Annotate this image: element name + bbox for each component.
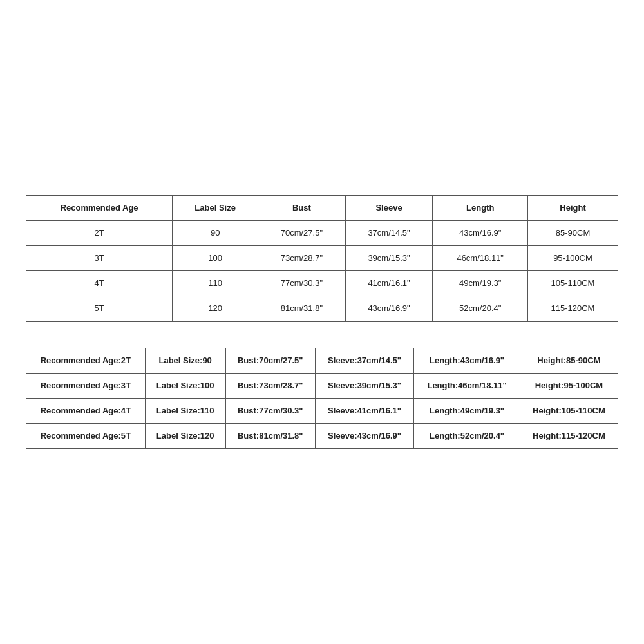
- table-cell: Sleeve:37cm/14.5": [315, 348, 414, 373]
- table-cell: Height:115-120CM: [520, 424, 618, 449]
- table-row: Recommended Age:5TLabel Size:120Bust:81c…: [26, 424, 618, 449]
- table-row: 5T12081cm/31.8"43cm/16.9"52cm/20.4"115-1…: [26, 296, 618, 321]
- table-cell: 2T: [26, 220, 173, 245]
- table-cell: Label Size:90: [145, 348, 225, 373]
- table-cell: Bust:73cm/28.7": [225, 373, 315, 398]
- header-length: Length: [433, 195, 528, 220]
- table-cell: Bust:77cm/30.3": [225, 398, 315, 423]
- table-cell: 81cm/31.8": [258, 296, 346, 321]
- table-cell: Length:49cm/19.3": [414, 398, 520, 423]
- table-cell: Sleeve:41cm/16.1": [315, 398, 414, 423]
- table-cell: 85-90CM: [527, 220, 618, 245]
- table-cell: Label Size:100: [145, 373, 225, 398]
- table-cell: Bust:70cm/27.5": [225, 348, 315, 373]
- table-cell: Label Size:110: [145, 398, 225, 423]
- table-cell: 4T: [26, 271, 173, 296]
- table-row: Recommended Age:2TLabel Size:90Bust:70cm…: [26, 348, 618, 373]
- table-cell: 73cm/28.7": [258, 246, 346, 271]
- table-row: Recommended Age:3TLabel Size:100Bust:73c…: [26, 373, 618, 398]
- table-cell: Recommended Age:2T: [26, 348, 146, 373]
- header-height: Height: [527, 195, 618, 220]
- table-cell: Length:52cm/20.4": [414, 424, 520, 449]
- table-cell: 110: [173, 271, 258, 296]
- table-cell: 3T: [26, 246, 173, 271]
- table-cell: 105-110CM: [527, 271, 618, 296]
- table-row: Recommended Age:4TLabel Size:110Bust:77c…: [26, 398, 618, 423]
- table-cell: 49cm/19.3": [433, 271, 528, 296]
- table-cell: Sleeve:39cm/15.3": [315, 373, 414, 398]
- tables-container: Recommended Age Label Size Bust Sleeve L…: [26, 195, 618, 450]
- table-cell: 120: [173, 296, 258, 321]
- table-cell: Length:46cm/18.11": [414, 373, 520, 398]
- table-cell: 43cm/16.9": [345, 296, 433, 321]
- table-cell: Height:85-90CM: [520, 348, 618, 373]
- table-cell: Length:43cm/16.9": [414, 348, 520, 373]
- table-cell: 95-100CM: [527, 246, 618, 271]
- table-cell: Height:95-100CM: [520, 373, 618, 398]
- table-cell: 70cm/27.5": [258, 220, 346, 245]
- table-cell: 37cm/14.5": [345, 220, 433, 245]
- table-row: 3T10073cm/28.7"39cm/15.3"46cm/18.11"95-1…: [26, 246, 618, 271]
- table-cell: Bust:81cm/31.8": [225, 424, 315, 449]
- table-cell: 43cm/16.9": [433, 220, 528, 245]
- header-sleeve: Sleeve: [345, 195, 433, 220]
- table-cell: Sleeve:43cm/16.9": [315, 424, 414, 449]
- table-cell: 52cm/20.4": [433, 296, 528, 321]
- size-table-1: Recommended Age Label Size Bust Sleeve L…: [26, 195, 618, 322]
- header-bust: Bust: [258, 195, 346, 220]
- header-label-size: Label Size: [173, 195, 258, 220]
- table-cell: Label Size:120: [145, 424, 225, 449]
- table-cell: 41cm/16.1": [345, 271, 433, 296]
- size-table-2: Recommended Age:2TLabel Size:90Bust:70cm…: [26, 348, 618, 450]
- table-cell: Recommended Age:5T: [26, 424, 146, 449]
- table-cell: 115-120CM: [527, 296, 618, 321]
- table-cell: 77cm/30.3": [258, 271, 346, 296]
- table-cell: 90: [173, 220, 258, 245]
- table-row: 2T9070cm/27.5"37cm/14.5"43cm/16.9"85-90C…: [26, 220, 618, 245]
- table-cell: 46cm/18.11": [433, 246, 528, 271]
- table-row: 4T11077cm/30.3"41cm/16.1"49cm/19.3"105-1…: [26, 271, 618, 296]
- table-cell: Recommended Age:3T: [26, 373, 146, 398]
- table-cell: 5T: [26, 296, 173, 321]
- table-cell: 39cm/15.3": [345, 246, 433, 271]
- header-recommended-age: Recommended Age: [26, 195, 173, 220]
- table-cell: Recommended Age:4T: [26, 398, 146, 423]
- table-cell: 100: [173, 246, 258, 271]
- table-cell: Height:105-110CM: [520, 398, 618, 423]
- table1-header-row: Recommended Age Label Size Bust Sleeve L…: [26, 195, 618, 220]
